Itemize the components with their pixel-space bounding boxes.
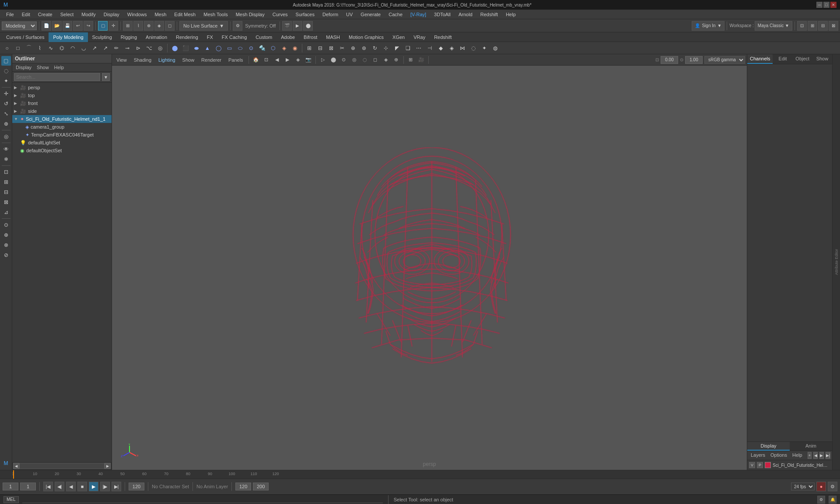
sculpt-tool-side[interactable]: ◎ — [1, 132, 11, 141]
side-render5[interactable]: ⊿ — [1, 207, 11, 217]
gamma-input[interactable] — [685, 56, 703, 64]
tool-bridge[interactable]: ⊟ — [315, 43, 326, 53]
tree-item-default-light-set[interactable]: 💡 defaultLightSet — [12, 139, 112, 147]
tl-go-end[interactable]: ▶| — [112, 482, 121, 491]
tool-subdiv[interactable]: ◈ — [279, 43, 289, 53]
ipr-btn[interactable]: ⬤ — [303, 21, 313, 31]
tree-item-persp[interactable]: ▶ 🎥 persp — [12, 84, 112, 91]
tree-item-default-object-set[interactable]: ◉ defaultObjectSet — [12, 147, 112, 154]
new-file-btn[interactable]: 📄 — [42, 21, 51, 31]
tool-curve3[interactable]: ∿ — [46, 43, 56, 53]
menu-file[interactable]: File — [3, 11, 18, 18]
layer-prev-btn[interactable]: ◀ — [813, 452, 818, 459]
layer-menu-options[interactable]: Options — [769, 452, 789, 459]
tree-item-front[interactable]: ▶ 🎥 front — [12, 99, 112, 107]
mode-custom[interactable]: Custom — [251, 32, 276, 42]
snap-surface-btn[interactable]: ◻ — [165, 21, 175, 31]
tl-go-start[interactable]: |◀ — [43, 482, 53, 491]
side-render2[interactable]: ⊞ — [1, 177, 11, 187]
select-tool-btn[interactable]: ▢ — [98, 21, 108, 31]
select-tool-side[interactable]: ▢ — [1, 56, 11, 66]
tool-ep[interactable]: ↗ — [100, 43, 111, 53]
scale-tool-side[interactable]: ⤡ — [1, 109, 11, 119]
outliner-scrollbar[interactable] — [19, 463, 105, 469]
vp-render6[interactable]: ◻ — [371, 56, 380, 64]
menu-generate[interactable]: Generate — [357, 11, 384, 18]
tool-connect[interactable]: ⋯ — [413, 43, 424, 53]
menu-curves[interactable]: Curves — [269, 11, 291, 18]
tool-pencil[interactable]: ✏ — [111, 43, 122, 53]
layout-btn1[interactable]: ⊡ — [797, 21, 807, 31]
undo-btn[interactable]: ↩ — [73, 21, 83, 31]
menu-mesh[interactable]: Mesh — [151, 11, 170, 18]
mode-adobe[interactable]: Adobe — [276, 32, 299, 42]
tool-cut[interactable]: ✂ — [337, 43, 347, 53]
tool-curve2[interactable]: ⌇ — [35, 43, 45, 53]
mel-input[interactable] — [22, 496, 383, 503]
range-start-input[interactable]: 1 — [20, 483, 36, 490]
vp-render5[interactable]: ◌ — [360, 56, 369, 64]
tool-detach[interactable]: ⊣ — [424, 43, 435, 53]
close-button[interactable]: ✕ — [830, 2, 836, 8]
tool-cone[interactable]: ▲ — [202, 43, 213, 53]
user-icon[interactable]: 👤 Sign In ▼ — [692, 21, 724, 31]
layer-p-button[interactable]: P — [757, 462, 763, 468]
exposure-input[interactable] — [661, 56, 678, 64]
vp-menu-renderer[interactable]: Renderer — [199, 56, 224, 63]
menu-deform[interactable]: Deform — [319, 11, 342, 18]
tool-smooth[interactable]: ◌ — [468, 43, 479, 53]
tool-duplicate[interactable]: ❑ — [402, 43, 413, 53]
status-btn1[interactable]: ⚙ — [817, 496, 825, 504]
gamma-profile-select[interactable]: sRGB gamma — [704, 56, 745, 64]
range-end-input[interactable]: 120 — [129, 483, 144, 490]
tool-poke[interactable]: ⊹ — [381, 43, 391, 53]
tool-spiral[interactable]: ◎ — [155, 43, 165, 53]
vp-fit-btn[interactable]: ⊡ — [262, 56, 271, 64]
tl-play-fwd[interactable]: ▶ — [89, 482, 98, 491]
vp-menu-view[interactable]: View — [114, 56, 130, 63]
menu-select[interactable]: Select — [57, 11, 77, 18]
side-icon1[interactable]: ⊙ — [1, 220, 11, 230]
tool-extrude[interactable]: ⊞ — [304, 43, 315, 53]
timeline-ruler[interactable]: 1 10 20 30 40 50 60 70 80 90 100 110 120 — [0, 470, 840, 479]
tree-item-side[interactable]: ▶ 🎥 side — [12, 107, 112, 115]
outliner-scroll-left[interactable]: ◀ — [13, 463, 19, 469]
tool-bend[interactable]: ⌥ — [144, 43, 154, 53]
tool-plane[interactable]: ▭ — [224, 43, 234, 53]
vp-menu-show[interactable]: Show — [180, 56, 197, 63]
vp-home-btn[interactable]: 🏠 — [252, 56, 260, 64]
layer-add-btn[interactable]: + — [808, 452, 812, 459]
save-file-btn[interactable]: 💾 — [63, 21, 72, 31]
tool-wedge[interactable]: ◤ — [392, 43, 402, 53]
tl-play-back[interactable]: ◀ — [66, 482, 76, 491]
mode-rigging[interactable]: Rigging — [116, 32, 141, 42]
side-bottom1[interactable]: M — [1, 458, 11, 468]
vp-render8[interactable]: ⊕ — [392, 56, 401, 64]
menu-redshift[interactable]: Redshift — [477, 11, 501, 18]
snap-point-btn[interactable]: ⊕ — [144, 21, 154, 31]
menu-uv[interactable]: UV — [343, 11, 356, 18]
mode-sculpting[interactable]: Sculpting — [88, 32, 116, 42]
layer-item[interactable]: V P Sci_Fi_Old_Futuristic_Helmet — [747, 460, 832, 470]
snap-curve-btn[interactable]: ⌇ — [133, 21, 143, 31]
maximize-button[interactable]: □ — [823, 2, 830, 8]
menu-cache[interactable]: Cache — [385, 11, 406, 18]
mode-redshift[interactable]: Redshift — [430, 32, 456, 42]
layer-color-swatch[interactable] — [765, 462, 771, 468]
mode-fx[interactable]: FX — [203, 32, 217, 42]
vp-grid-btn[interactable]: ⊞ — [406, 56, 415, 64]
sym-options-btn[interactable]: ⚙ — [233, 21, 242, 31]
layer-next-btn[interactable]: ▶ — [819, 452, 824, 459]
menu-3dtoall[interactable]: 3DToAll — [430, 11, 454, 18]
tree-item-camera-group[interactable]: ◈ camera1_group — [12, 123, 112, 131]
tool-disk[interactable]: ⬭ — [235, 43, 245, 53]
outliner-menu-help[interactable]: Help — [52, 64, 66, 70]
outliner-menu-show[interactable]: Show — [35, 64, 51, 70]
menu-surfaces[interactable]: Surfaces — [292, 11, 318, 18]
tool-arc2[interactable]: ◡ — [78, 43, 89, 53]
redo-btn[interactable]: ↪ — [84, 21, 93, 31]
mode-rendering[interactable]: Rendering — [172, 32, 203, 42]
layout-btn4[interactable]: ⊠ — [829, 21, 838, 31]
tree-item-helmet[interactable]: ▼ ✦ Sci_Fi_Old_Futuristic_Helmet_nd1_1 — [12, 115, 112, 123]
fps-selector[interactable]: 24 fps 25 fps 30 fps — [791, 483, 815, 490]
